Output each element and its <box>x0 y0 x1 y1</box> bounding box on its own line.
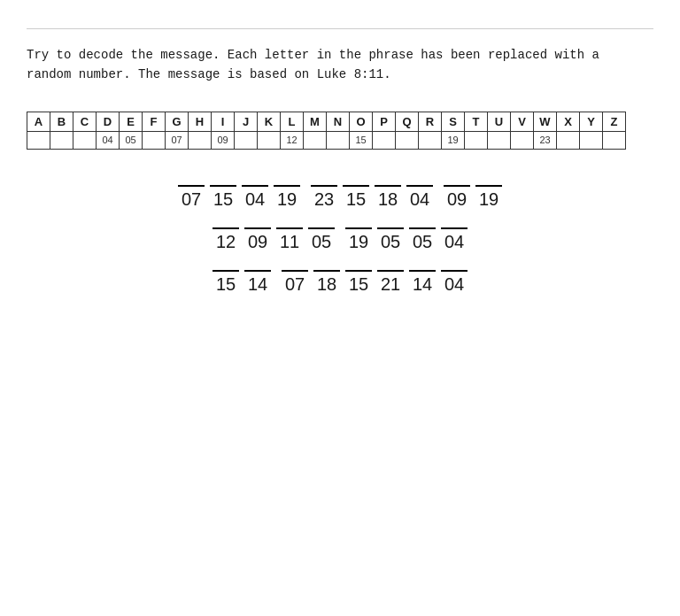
divider <box>27 28 653 29</box>
alpha-letter: M <box>304 112 327 131</box>
alpha-number <box>50 131 73 149</box>
number-value: 11 <box>280 231 299 252</box>
alpha-number <box>73 131 97 149</box>
alpha-letter: T <box>465 112 488 131</box>
number-pair: 15 <box>345 270 372 295</box>
number-pair: 05 <box>308 227 335 252</box>
number-value: 04 <box>410 189 429 210</box>
number-value: 04 <box>245 189 265 210</box>
alpha-letter: N <box>327 112 350 131</box>
number-pair: 09 <box>244 227 271 252</box>
number-pair: 07 <box>178 185 205 210</box>
alpha-letter: Y <box>580 112 603 131</box>
number-value: 14 <box>248 273 267 295</box>
number-pair: 18 <box>313 270 340 295</box>
number-value: 04 <box>444 231 464 252</box>
alpha-number: 15 <box>350 131 373 149</box>
number-value: 19 <box>349 231 368 252</box>
alpha-number: 04 <box>97 131 120 149</box>
word-group: 0919 <box>444 185 502 210</box>
alpha-number: 19 <box>442 131 465 149</box>
number-pair: 19 <box>345 227 372 252</box>
alpha-letter: P <box>373 112 396 131</box>
number-value: 18 <box>317 273 336 295</box>
word-group: 1514 <box>212 270 271 295</box>
number-pair: 15 <box>210 185 236 210</box>
alpha-number: 07 <box>166 131 189 149</box>
message-area: 0715041923151804091912091105190505041514… <box>27 185 653 295</box>
number-value: 05 <box>381 231 400 252</box>
alpha-number <box>419 131 442 149</box>
word-group: 12091105 <box>212 227 335 252</box>
number-value: 04 <box>444 273 464 295</box>
alpha-number: 09 <box>212 131 235 149</box>
alpha-letter: W <box>534 112 557 131</box>
alpha-letter: X <box>557 112 580 131</box>
alpha-number <box>304 131 327 149</box>
number-value: 15 <box>349 273 368 295</box>
number-pair: 19 <box>274 185 300 210</box>
number-pair: 15 <box>343 185 369 210</box>
number-value: 15 <box>346 189 366 210</box>
alpha-letter: Q <box>396 112 419 131</box>
alpha-number <box>465 131 488 149</box>
alpha-number: 23 <box>534 131 557 149</box>
alpha-number <box>189 131 212 149</box>
number-pair: 15 <box>212 270 239 295</box>
alpha-letter: L <box>281 112 304 131</box>
alpha-letter: K <box>258 112 281 131</box>
number-pair: 04 <box>441 270 468 295</box>
number-pair: 04 <box>242 185 268 210</box>
number-value: 07 <box>285 273 305 295</box>
number-value: 19 <box>277 189 297 210</box>
number-pair: 12 <box>212 227 239 252</box>
number-value: 05 <box>413 231 432 252</box>
alpha-number <box>488 131 511 149</box>
number-pair: 07 <box>282 270 308 295</box>
number-value: 12 <box>216 231 236 252</box>
alpha-number <box>27 131 50 149</box>
message-line: 07150419231518040919 <box>178 185 502 210</box>
word-group: 071815211404 <box>282 270 468 295</box>
word-group: 19050504 <box>345 227 468 252</box>
number-value: 14 <box>413 273 432 295</box>
number-pair: 19 <box>475 185 502 210</box>
alpha-number <box>258 131 281 149</box>
alpha-letter: C <box>73 112 97 131</box>
alpha-number <box>235 131 258 149</box>
alpha-letter: B <box>50 112 73 131</box>
number-pair: 14 <box>409 270 436 295</box>
alpha-number <box>373 131 396 149</box>
alpha-number <box>511 131 534 149</box>
number-value: 09 <box>248 231 267 252</box>
alpha-number <box>603 131 626 149</box>
alpha-letter: A <box>27 112 50 131</box>
alpha-number <box>580 131 603 149</box>
alpha-number: 12 <box>281 131 304 149</box>
alpha-number: 05 <box>120 131 143 149</box>
alpha-number <box>143 131 166 149</box>
number-value: 19 <box>479 189 498 210</box>
number-value: 15 <box>213 189 233 210</box>
number-pair: 05 <box>377 227 404 252</box>
alpha-letter: H <box>189 112 212 131</box>
number-pair: 04 <box>406 185 433 210</box>
number-value: 15 <box>216 273 236 295</box>
alpha-letter: V <box>511 112 534 131</box>
number-pair: 09 <box>444 185 470 210</box>
word-group: 23151804 <box>311 185 433 210</box>
message-line: 1514071815211404 <box>212 270 468 295</box>
number-pair: 05 <box>409 227 436 252</box>
alpha-letter: G <box>166 112 189 131</box>
number-pair: 04 <box>441 227 468 252</box>
alphabet-table: ABCDEFGHIJKLMNOPQRSTUVWXYZ04050709121519… <box>27 112 626 150</box>
number-value: 18 <box>378 189 398 210</box>
number-pair: 11 <box>276 227 303 252</box>
number-value: 21 <box>381 273 400 295</box>
word-group: 07150419 <box>178 185 300 210</box>
number-pair: 23 <box>311 185 337 210</box>
alpha-letter: F <box>143 112 166 131</box>
alpha-letter: R <box>419 112 442 131</box>
number-pair: 21 <box>377 270 404 295</box>
alpha-letter: Z <box>603 112 626 131</box>
